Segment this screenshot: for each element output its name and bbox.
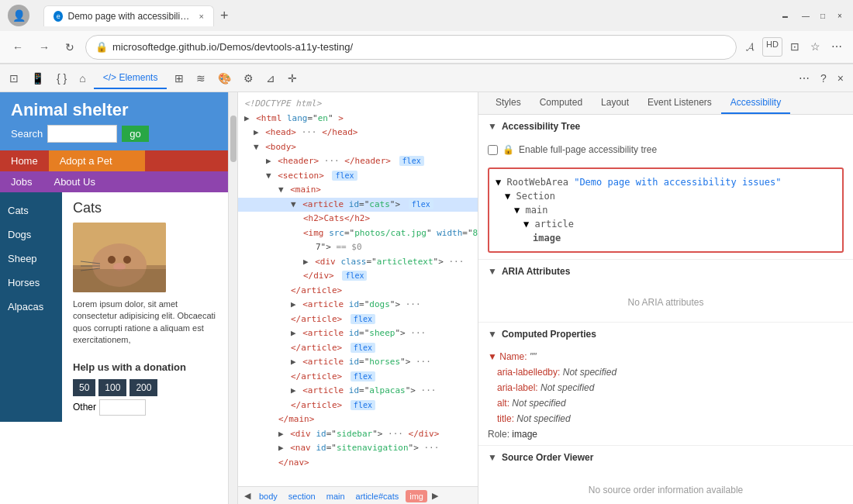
html-line-article-alpacas[interactable]: ▶ <article id="alpacas"> ··· (238, 384, 478, 399)
nav-jobs[interactable]: Jobs (0, 171, 43, 192)
html-line-article-sheep-close[interactable]: </article> flex (238, 341, 478, 356)
add-panel-button[interactable]: ✛ (283, 69, 302, 88)
amount-50-button[interactable]: 50 (73, 379, 95, 396)
back-button[interactable]: ← (8, 38, 28, 57)
other-amount-input[interactable] (99, 399, 146, 416)
html-line-article-cats[interactable]: ▼ <article id="cats"> flex (238, 198, 478, 212)
tab-elements[interactable]: </> Elements (94, 67, 167, 89)
html-line-main[interactable]: ▼ <main> (238, 183, 478, 198)
expand-icon[interactable]: ▶ (266, 156, 271, 166)
url-input[interactable]: 🔒 microsoftedge.github.io/Demos/devtools… (85, 35, 737, 60)
expand-icon[interactable]: ▶ (278, 429, 284, 439)
expand-icon[interactable]: ▶ (291, 357, 296, 367)
tree-item-image[interactable]: image (496, 231, 836, 245)
home-button[interactable]: ⌂ (74, 69, 90, 88)
search-input[interactable] (47, 125, 117, 143)
html-scroll-area[interactable]: <!DOCTYPE html> ▶ <html lang="en" > ▶ <h… (238, 92, 478, 486)
html-line-head[interactable]: ▶ <head> ··· </head> (238, 126, 478, 140)
read-aloud-button[interactable]: 𝓐 (743, 37, 758, 57)
breadcrumb-body[interactable]: body (255, 490, 281, 502)
html-line-main-close[interactable]: </main> (238, 413, 478, 427)
inspect-button[interactable]: ⊡ (5, 69, 23, 88)
breadcrumb-left-button[interactable]: ◀ (243, 489, 252, 502)
tab-close-button[interactable]: × (199, 12, 204, 21)
tree-item-article[interactable]: ▼ article (496, 217, 836, 231)
html-line-article-alpacas-close[interactable]: </article> flex (238, 399, 478, 413)
html-line-article-close[interactable]: </article> (238, 284, 478, 299)
expand-icon[interactable]: ▶ (303, 257, 309, 267)
close-button[interactable]: × (834, 10, 845, 21)
html-line-div-close[interactable]: </div> flex (238, 269, 478, 284)
wifi-icon[interactable]: ≋ (192, 69, 210, 88)
expand-icon[interactable]: ▶ (244, 113, 250, 123)
profile-avatar[interactable]: 👤 (8, 5, 29, 26)
html-line-html[interactable]: ▶ <html lang="en" > (238, 112, 478, 126)
breadcrumb-section[interactable]: section (285, 490, 319, 502)
chevron-up-icon[interactable]: 🗕 (776, 10, 794, 21)
html-line-article-sheep[interactable]: ▶ <article id="sheep"> ··· (238, 326, 478, 341)
maximize-button[interactable]: □ (817, 10, 828, 21)
html-line-nav-close[interactable]: </nav> (238, 456, 478, 471)
expand-icon[interactable]: ▼ (278, 185, 284, 195)
tree-item-main[interactable]: ▼ main (496, 203, 836, 217)
help-button[interactable]: ? (816, 69, 831, 88)
demo-scrollbar[interactable] (229, 92, 238, 504)
source-order-header[interactable]: ▼ Source Order Viewer (478, 446, 853, 469)
sidebar-item-cats[interactable]: Cats (0, 198, 62, 223)
active-tab[interactable]: e Demo page with accessibility issu × (43, 5, 214, 26)
refresh-button[interactable]: ↻ (60, 38, 79, 57)
new-tab-button[interactable]: + (217, 5, 232, 27)
search-go-button[interactable]: go (122, 126, 148, 142)
expand-icon[interactable]: ▶ (291, 385, 296, 395)
sources-button[interactable]: { } (52, 69, 71, 88)
breadcrumb-article-cats[interactable]: article#cats (352, 490, 403, 502)
settings-gear-icon[interactable]: ⚙ (239, 69, 258, 88)
expand-icon[interactable]: ▶ (254, 127, 259, 137)
expand-icon[interactable]: ▼ (291, 199, 296, 209)
hd-button[interactable]: HD (762, 37, 782, 57)
sidebar-item-horses[interactable]: Horses (0, 271, 62, 295)
paint-icon[interactable]: 🎨 (213, 69, 236, 88)
tab-layout[interactable]: Layout (592, 92, 638, 114)
console-button[interactable]: ⊞ (170, 69, 188, 88)
sidebar-item-dogs[interactable]: Dogs (0, 223, 62, 247)
tab-computed[interactable]: Computed (530, 92, 592, 114)
breadcrumb-right-button[interactable]: ▶ (430, 489, 440, 502)
more-button[interactable]: ⋯ (828, 37, 845, 57)
nav-home[interactable]: Home (0, 150, 49, 171)
breadcrumb-main[interactable]: main (323, 490, 349, 502)
tab-styles[interactable]: Styles (486, 92, 530, 114)
close-devtools-button[interactable]: × (833, 69, 848, 88)
html-line-article-horses-close[interactable]: </article> flex (238, 370, 478, 385)
html-line-img2[interactable]: 7"> == $0 (238, 240, 478, 255)
html-line-div-articletext[interactable]: ▶ <div class="articletext"> ··· (238, 255, 478, 270)
split-button[interactable]: ⊡ (787, 37, 803, 57)
more-tools-button[interactable]: ⋯ (794, 69, 814, 88)
forward-button[interactable]: → (34, 38, 54, 57)
computed-properties-header[interactable]: ▼ Computed Properties (478, 323, 853, 346)
minimize-button[interactable]: — (800, 10, 811, 21)
nav-about[interactable]: About Us (43, 171, 105, 192)
html-line-body[interactable]: ▼ <body> (238, 140, 478, 155)
amount-200-button[interactable]: 200 (130, 379, 157, 396)
html-line-article-dogs[interactable]: ▶ <article id="dogs"> ··· (238, 298, 478, 312)
expand-icon[interactable]: ▼ (254, 142, 259, 152)
layers-icon[interactable]: ⊿ (261, 69, 280, 88)
enable-full-tree-checkbox[interactable] (488, 145, 498, 155)
amount-100-button[interactable]: 100 (98, 379, 126, 396)
html-line-sidebar[interactable]: ▶ <div id="sidebar"> ··· </div> (238, 427, 478, 442)
html-line-doctype[interactable]: <!DOCTYPE html> (238, 97, 478, 112)
accessibility-tree-header[interactable]: ▼ Accessibility Tree (478, 115, 853, 138)
nav-donate[interactable] (123, 150, 145, 171)
tab-accessibility[interactable]: Accessibility (721, 92, 790, 114)
expand-icon[interactable]: ▶ (291, 328, 296, 338)
html-line-h2[interactable]: <h2>Cats</h2> (238, 212, 478, 226)
html-line-nav[interactable]: ▶ <nav id="sitenavigation"> ··· (238, 441, 478, 456)
nav-adopt[interactable]: Adopt a Pet (49, 150, 123, 171)
html-line-img[interactable]: <img src="photos/cat.jpg" width="841" he… (238, 226, 478, 241)
sidebar-item-alpacas[interactable]: Alpacas (0, 295, 62, 319)
expand-icon[interactable]: ▶ (278, 443, 284, 453)
favorites-button[interactable]: ☆ (807, 37, 824, 57)
html-line-section[interactable]: ▼ <section> flex (238, 169, 478, 184)
html-line-article-horses[interactable]: ▶ <article id="horses"> ··· (238, 355, 478, 370)
